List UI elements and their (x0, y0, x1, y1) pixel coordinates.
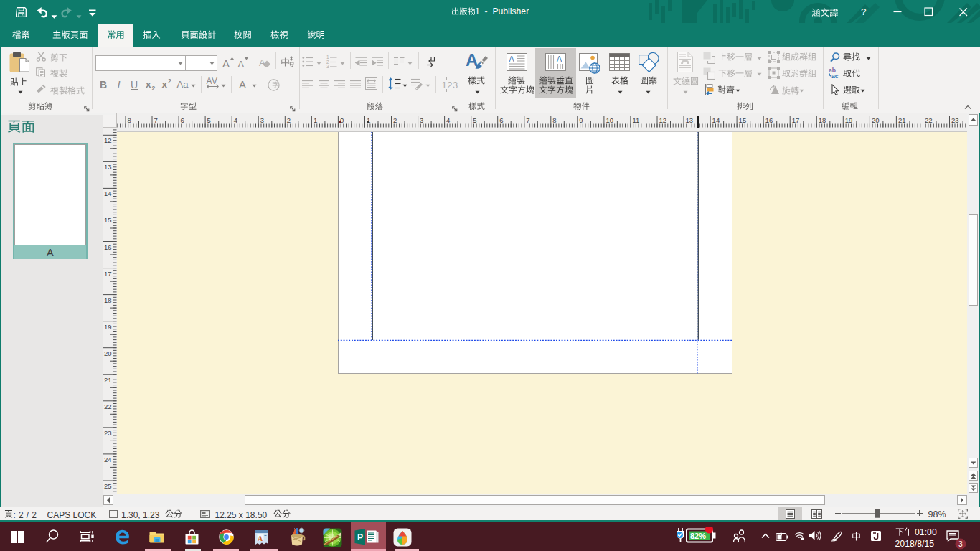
svg-text:23: 23 (951, 116, 959, 124)
svg-text:22: 22 (104, 402, 112, 410)
svg-text:A: A (557, 55, 562, 65)
svg-text:3: 3 (260, 116, 264, 124)
svg-text:9: 9 (579, 116, 583, 124)
svg-text:11: 11 (632, 116, 639, 124)
svg-text:6: 6 (181, 116, 184, 124)
svg-text:3: 3 (326, 64, 329, 68)
svg-text:6: 6 (499, 116, 503, 124)
svg-text:16: 16 (104, 243, 112, 251)
svg-text:23: 23 (104, 429, 112, 437)
svg-text:18: 18 (819, 116, 826, 124)
svg-text:16: 16 (765, 116, 773, 124)
svg-text:3: 3 (420, 116, 423, 124)
svg-text:P: P (357, 532, 363, 542)
svg-text:12: 12 (104, 136, 112, 144)
svg-text:1: 1 (314, 116, 317, 124)
svg-text:4: 4 (234, 116, 237, 124)
svg-text:5: 5 (473, 116, 476, 124)
svg-text:17: 17 (792, 116, 800, 124)
svg-text:7: 7 (526, 116, 529, 124)
svg-text:20: 20 (872, 116, 880, 124)
svg-text:21: 21 (898, 116, 906, 124)
svg-text:13: 13 (686, 116, 694, 124)
svg-text:ac: ac (831, 72, 839, 79)
svg-text:25: 25 (104, 482, 112, 490)
svg-text:A: A (258, 534, 263, 542)
svg-text:21: 21 (104, 376, 112, 384)
svg-text:5: 5 (207, 116, 211, 124)
svg-text:19: 19 (104, 323, 112, 331)
svg-text:19: 19 (845, 116, 853, 124)
svg-text:10: 10 (606, 116, 613, 124)
svg-text:2: 2 (287, 116, 291, 124)
svg-text:12: 12 (659, 116, 667, 124)
svg-text:7: 7 (154, 116, 158, 124)
svg-text:8: 8 (552, 116, 556, 124)
svg-text:17: 17 (104, 270, 112, 278)
svg-text:15: 15 (739, 116, 747, 124)
svg-text:18: 18 (104, 296, 112, 304)
svg-text:20: 20 (104, 349, 112, 357)
svg-text:22: 22 (925, 116, 933, 124)
svg-text:82%: 82% (690, 532, 706, 540)
svg-text:15: 15 (104, 216, 112, 224)
svg-text:24: 24 (104, 456, 112, 463)
svg-text:2: 2 (393, 116, 397, 124)
svg-text:A: A (509, 55, 514, 65)
svg-text:4: 4 (446, 116, 450, 124)
svg-text:13: 13 (104, 163, 112, 171)
svg-text:8: 8 (128, 116, 131, 124)
svg-text:14: 14 (712, 116, 720, 124)
svg-text:3: 3 (958, 540, 963, 548)
svg-text:14: 14 (104, 189, 112, 197)
